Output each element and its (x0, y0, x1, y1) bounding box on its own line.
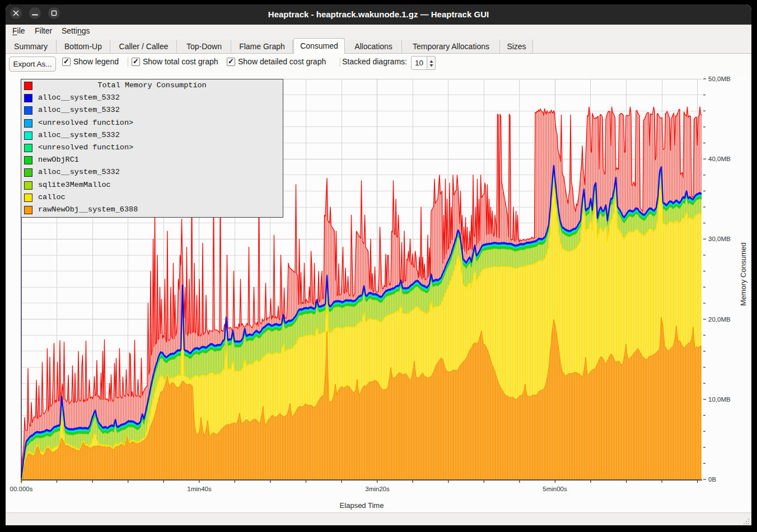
svg-text:0B: 0B (708, 476, 716, 483)
svg-text:Elapsed Time: Elapsed Time (340, 501, 384, 510)
svg-text:3min20s: 3min20s (365, 486, 390, 492)
svg-text:20,0MB: 20,0MB (708, 316, 731, 323)
svg-text:5min00s: 5min00s (543, 486, 567, 492)
svg-text:30,0MB: 30,0MB (708, 236, 731, 242)
svg-text:50,0MB: 50,0MB (708, 76, 731, 82)
svg-text:40,0MB: 40,0MB (708, 156, 731, 162)
svg-text:10,0MB: 10,0MB (708, 396, 731, 403)
svg-text:Memory Consumed: Memory Consumed (739, 242, 747, 305)
svg-text:00.000s: 00.000s (10, 486, 33, 492)
svg-text:1min40s: 1min40s (187, 486, 212, 492)
